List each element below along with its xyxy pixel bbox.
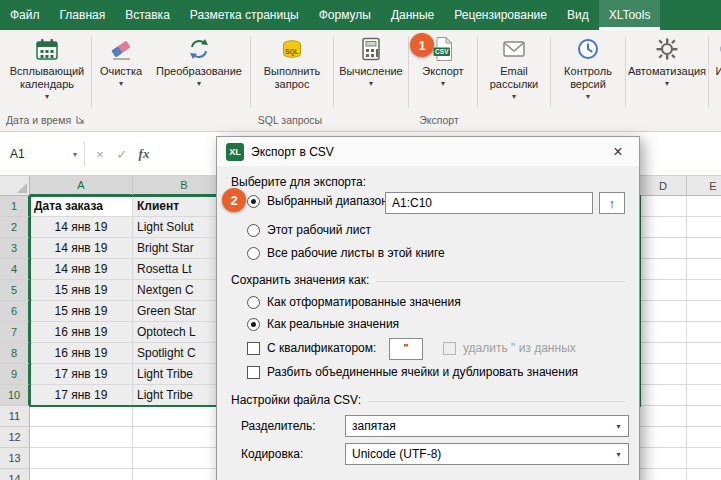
option-real-values[interactable]: Как реальные значения: [247, 317, 399, 331]
cell-E12[interactable]: [687, 427, 721, 448]
cell-A11[interactable]: [30, 406, 133, 427]
column-header-A[interactable]: A: [30, 176, 133, 196]
cell-A14[interactable]: [30, 469, 133, 480]
cell-D10[interactable]: [640, 385, 687, 406]
select-all-button[interactable]: [0, 176, 30, 196]
cell-D13[interactable]: [640, 448, 687, 469]
cell-E6[interactable]: [687, 301, 721, 322]
cell-E11[interactable]: [687, 406, 721, 427]
cell-A3[interactable]: 14 янв 19: [30, 238, 133, 259]
cell-D7[interactable]: [640, 322, 687, 343]
cell-E8[interactable]: [687, 343, 721, 364]
row-header-4[interactable]: 4: [0, 259, 30, 280]
row-header-12[interactable]: 12: [0, 427, 30, 448]
cell-E10[interactable]: [687, 385, 721, 406]
cell-A13[interactable]: [30, 448, 133, 469]
ribbon-button-transform[interactable]: Преобразование▾: [149, 30, 249, 114]
cell-E3[interactable]: [687, 238, 721, 259]
row-header-9[interactable]: 9: [0, 364, 30, 385]
option-all-sheets[interactable]: Все рабочие листы в этой книге: [247, 246, 445, 260]
column-header-D[interactable]: D: [640, 176, 687, 196]
split-merged-checkbox-row[interactable]: Разбить объединенные ячейки и дублироват…: [247, 365, 578, 379]
row-header-8[interactable]: 8: [0, 343, 30, 364]
radio-icon[interactable]: [247, 224, 260, 237]
cell-E4[interactable]: [687, 259, 721, 280]
cell-D5[interactable]: [640, 280, 687, 301]
option-selected-range[interactable]: Выбранный диапазон:: [247, 194, 391, 208]
cell-D11[interactable]: [640, 406, 687, 427]
cell-D8[interactable]: [640, 343, 687, 364]
ribbon-button-version-control[interactable]: Контроль версий▾: [552, 30, 624, 114]
radio-icon[interactable]: [247, 195, 260, 208]
ribbon-button-clear[interactable]: Очистка▾: [93, 30, 149, 114]
option-formatted-values[interactable]: Как отформатированные значения: [247, 295, 461, 309]
tab-файл[interactable]: Файл: [0, 0, 50, 30]
row-header-6[interactable]: 6: [0, 301, 30, 322]
range-select-button[interactable]: ↑: [599, 192, 625, 214]
row-header-2[interactable]: 2: [0, 217, 30, 238]
tab-главная[interactable]: Главная: [50, 0, 116, 30]
qualifier-value-box[interactable]: ": [389, 338, 423, 360]
cell-A9[interactable]: 17 янв 19: [30, 364, 133, 385]
name-box[interactable]: A1 ▾: [0, 140, 84, 168]
tab-данные[interactable]: Данные: [381, 0, 444, 30]
tab-вид[interactable]: Вид: [557, 0, 599, 30]
insert-function-icon[interactable]: fx: [133, 146, 155, 162]
option-this-sheet[interactable]: Этот рабочий лист: [247, 223, 371, 237]
radio-icon[interactable]: [247, 247, 260, 260]
cell-D3[interactable]: [640, 238, 687, 259]
cell-A6[interactable]: 15 янв 19: [30, 301, 133, 322]
cell-A8[interactable]: 16 янв 19: [30, 343, 133, 364]
chevron-down-icon[interactable]: ▾: [73, 150, 77, 159]
cell-D6[interactable]: [640, 301, 687, 322]
row-header-5[interactable]: 5: [0, 280, 30, 301]
row-header-11[interactable]: 11: [0, 406, 30, 427]
cell-A1[interactable]: Дата заказа: [30, 196, 133, 217]
row-header-7[interactable]: 7: [0, 322, 30, 343]
cell-E14[interactable]: [687, 469, 721, 480]
tab-формулы[interactable]: Формулы: [309, 0, 381, 30]
close-icon[interactable]: ×: [597, 137, 639, 167]
cell-A5[interactable]: 15 янв 19: [30, 280, 133, 301]
encoding-combo[interactable]: Unicode (UTF-8) ▾: [345, 443, 629, 465]
row-header-1[interactable]: 1: [0, 196, 30, 217]
tab-вставка[interactable]: Вставка: [115, 0, 180, 30]
cell-E5[interactable]: [687, 280, 721, 301]
radio-icon[interactable]: [247, 318, 260, 331]
radio-icon[interactable]: [247, 296, 260, 309]
cell-A2[interactable]: 14 янв 19: [30, 217, 133, 238]
cell-A12[interactable]: [30, 427, 133, 448]
dialog-launcher-icon[interactable]: [76, 114, 85, 126]
ribbon-button-popup-calendar[interactable]: Всплывающий календарь▾: [4, 30, 90, 114]
cell-D4[interactable]: [640, 259, 687, 280]
ribbon-button-info[interactable]: Инфо: [710, 30, 721, 114]
tab-разметка-страницы[interactable]: Разметка страницы: [180, 0, 309, 30]
ribbon-button-automation[interactable]: Автоматизация▾: [627, 30, 707, 114]
cell-E2[interactable]: [687, 217, 721, 238]
checkbox-icon[interactable]: [247, 366, 260, 379]
column-header-E[interactable]: E: [687, 176, 721, 196]
ribbon-button-calculation[interactable]: Вычисление▾: [335, 30, 407, 114]
qualifier-checkbox-row[interactable]: С квалификатором:: [247, 341, 376, 355]
cell-E7[interactable]: [687, 322, 721, 343]
cell-E9[interactable]: [687, 364, 721, 385]
ribbon-button-email[interactable]: Email рассылки▾: [479, 30, 549, 114]
ribbon-button-run-sql-query[interactable]: SQLВыполнить запрос: [252, 30, 332, 114]
checkbox-icon[interactable]: [247, 342, 260, 355]
cell-D14[interactable]: [640, 469, 687, 480]
row-header-3[interactable]: 3: [0, 238, 30, 259]
cell-D9[interactable]: [640, 364, 687, 385]
cell-E1[interactable]: [687, 196, 721, 217]
delimiter-combo[interactable]: запятая ▾: [345, 415, 629, 437]
cell-A4[interactable]: 14 янв 19: [30, 259, 133, 280]
cell-D12[interactable]: [640, 427, 687, 448]
enter-icon[interactable]: ✓: [111, 147, 133, 162]
cell-A7[interactable]: 16 янв 19: [30, 322, 133, 343]
row-header-14[interactable]: 14: [0, 469, 30, 480]
cell-E13[interactable]: [687, 448, 721, 469]
cell-D1[interactable]: [640, 196, 687, 217]
tab-xltools[interactable]: XLTools: [599, 0, 661, 30]
cell-D2[interactable]: [640, 217, 687, 238]
row-header-10[interactable]: 10: [0, 385, 30, 406]
tab-рецензирование[interactable]: Рецензирование: [444, 0, 557, 30]
